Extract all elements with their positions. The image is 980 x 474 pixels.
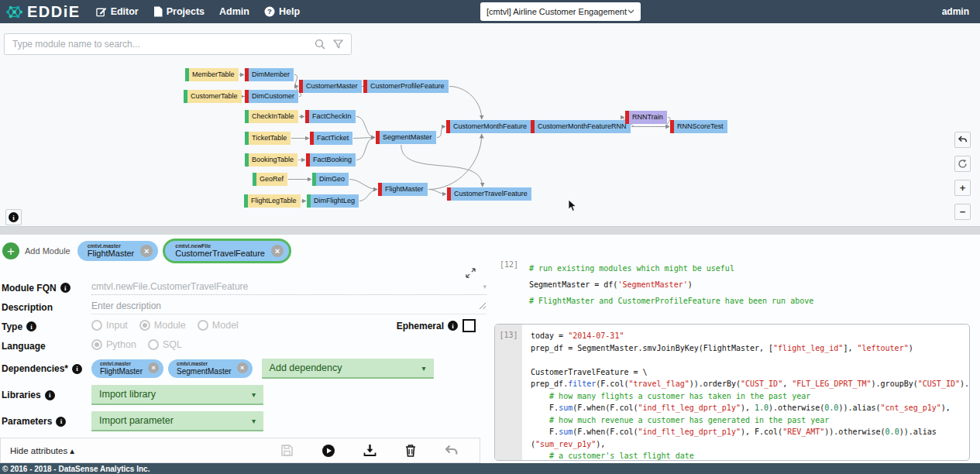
code-line: # how much revenue a customer has genera…: [531, 414, 970, 427]
close-icon[interactable]: ×: [237, 362, 248, 373]
search-icon[interactable]: [315, 39, 325, 50]
app-logo[interactable]: EDDiE: [6, 3, 81, 21]
cell-code[interactable]: today = "2014-07-31"prep_df = SegmentMas…: [522, 325, 970, 460]
node-label: DimGeo: [319, 175, 345, 183]
nav-item-help[interactable]: ? Help: [264, 6, 300, 17]
search-input[interactable]: [5, 39, 315, 50]
graph-node-FactBooking[interactable]: FactBooking: [306, 153, 356, 167]
radio-python[interactable]: Python: [91, 339, 136, 350]
graph-node-CustomerMonthFeatureRNN[interactable]: CustomerMonthFeatureRNN: [531, 120, 631, 133]
close-icon[interactable]: ×: [148, 362, 159, 373]
plus-icon: +: [7, 245, 15, 258]
edge-CustomerProfileFeature-to-CustomerMonthFeature: [449, 87, 482, 120]
caret-down-icon: ▾: [252, 390, 256, 399]
graph-refresh-button[interactable]: [954, 156, 971, 172]
ephemeral-checkbox[interactable]: [462, 319, 476, 332]
import-library-select[interactable]: Import library ▾: [91, 385, 263, 405]
node-status-bar: [625, 111, 629, 124]
radio-sql[interactable]: SQL: [148, 339, 182, 350]
node-status-bar: [363, 80, 367, 93]
node-label: CustomerTravelFeature: [454, 190, 528, 198]
graph-node-RNNTrain[interactable]: RNNTrain: [625, 111, 667, 124]
add-dependency-select[interactable]: Add dependency ▾: [262, 359, 434, 379]
graph-info-button[interactable]: i: [5, 209, 22, 225]
graph-node-RNNScoreTest[interactable]: RNNScoreTest: [670, 120, 727, 133]
code-line: # run existing modules which might be us…: [529, 260, 813, 276]
user-menu[interactable]: admin: [942, 6, 969, 17]
libraries-label: Libraries i: [2, 390, 91, 400]
brand-title: EDDiE: [27, 3, 81, 21]
description-input[interactable]: Enter description: [91, 301, 487, 314]
node-label: CheckInTable: [252, 112, 294, 120]
close-icon[interactable]: ×: [271, 245, 284, 257]
close-icon[interactable]: ×: [140, 245, 153, 257]
graph-node-FactTicket[interactable]: FactTicket: [310, 132, 352, 145]
graph-node-DimMember[interactable]: DimMember: [245, 68, 294, 81]
panel-splitter[interactable]: [0, 226, 980, 235]
zoom-in-button[interactable]: +: [954, 180, 971, 196]
code-line: # a customer's last flight date: [531, 450, 970, 461]
dependencies-label: Dependencies* i: [2, 363, 91, 374]
nav-item-admin[interactable]: Admin: [219, 6, 249, 17]
graph-node-DimCustomer[interactable]: DimCustomer: [245, 90, 298, 103]
radio-module[interactable]: Module: [139, 320, 186, 331]
nav-label: Admin: [219, 6, 249, 17]
code-cell-12[interactable]: [12] # run existing modules which might …: [493, 260, 980, 309]
graph-node-MemberTable[interactable]: MemberTable: [185, 68, 239, 81]
revert-button[interactable]: [445, 445, 458, 456]
graph-node-CustomerProfileFeature[interactable]: CustomerProfileFeature: [363, 80, 449, 93]
graph-node-TicketTable[interactable]: TicketTable: [245, 132, 291, 145]
graph-node-CustomerTravelFeature[interactable]: CustomerTravelFeature: [447, 187, 531, 201]
cell-execution-label: [12]: [493, 260, 529, 309]
main-nav: Editor Projects Admin ? Help: [96, 6, 300, 17]
svg-text:?: ?: [267, 7, 272, 15]
filter-icon[interactable]: [333, 40, 343, 50]
chip-project: cmtvl.master: [100, 361, 143, 366]
graph-node-CustomerTable[interactable]: CustomerTable: [184, 90, 242, 103]
select-label: Import parameter: [99, 415, 174, 426]
graph-node-GeoRef[interactable]: GeoRef: [253, 173, 287, 186]
graph-node-FlightMaster[interactable]: FlightMaster: [378, 183, 428, 196]
node-label: CustomerMonthFeatureRNN: [538, 122, 627, 130]
graph-node-DimFlightLeg[interactable]: DimFlightLeg: [307, 194, 359, 208]
module-tab-customertravelfeature[interactable]: cmtvl.newFile CustomerTravelFeature ×: [163, 239, 291, 264]
radio-circle-icon: [91, 320, 102, 331]
graph-node-CheckInTable[interactable]: CheckInTable: [245, 110, 298, 123]
resize-handle-icon[interactable]: [479, 302, 487, 310]
graph-node-DimGeo[interactable]: DimGeo: [312, 173, 349, 186]
code-line: CustomerTravelFeature = \: [531, 366, 970, 379]
graph-node-FactCheckIn[interactable]: FactCheckIn: [305, 110, 356, 123]
dependency-chip-flightmaster[interactable]: cmtvl.master FlightMaster ×: [91, 359, 163, 377]
zoom-out-button[interactable]: −: [954, 204, 971, 220]
graph-node-SegmentMaster[interactable]: SegmentMaster: [376, 131, 436, 144]
node-status-bar: [307, 194, 311, 208]
graph-node-CustomerMonthFeature[interactable]: CustomerMonthFeature: [446, 120, 531, 133]
project-selector[interactable]: [cmtvl] Airline Customer Engagement: [480, 2, 641, 21]
delete-button[interactable]: [404, 444, 417, 457]
nav-item-projects[interactable]: Projects: [153, 6, 205, 17]
dependency-chip-segmentmaster[interactable]: cmtvl.master SegmentMaster ×: [168, 359, 253, 377]
add-module-button[interactable]: +: [2, 242, 19, 259]
module-tab-flightmaster[interactable]: cmtvl.master FlightMaster ×: [77, 241, 159, 262]
radio-input[interactable]: Input: [91, 320, 128, 331]
nav-item-editor[interactable]: Editor: [96, 6, 139, 17]
graph-node-CustomerMaster[interactable]: CustomerMaster: [299, 80, 362, 93]
save-button[interactable]: [280, 444, 294, 457]
caret-down-icon: ▾: [252, 417, 256, 425]
info-icon: i: [56, 417, 66, 427]
graph-node-BookingTable[interactable]: BookingTable: [245, 153, 297, 167]
graph-node-FlightLegTable[interactable]: FlightLegTable: [244, 194, 301, 208]
radio-model[interactable]: Model: [198, 320, 239, 331]
download-button[interactable]: [363, 444, 377, 457]
hide-attributes-toggle[interactable]: Hide attributes ▴: [10, 445, 74, 456]
module-fqn-select[interactable]: cmtvl.newFile.CustomerTravelFeature ▾: [91, 281, 487, 295]
module-attributes-panel: + Add Module cmtvl.master FlightMaster ×…: [0, 235, 980, 463]
node-label: RNNTrain: [632, 113, 663, 121]
code-cell-13[interactable]: [13] today = "2014-07-31"prep_df = Segme…: [494, 324, 970, 461]
graph-undo-button[interactable]: [954, 132, 971, 148]
node-status-bar: [447, 187, 451, 201]
radio-label: Module: [154, 320, 186, 331]
run-button[interactable]: [322, 444, 335, 458]
libraries-row: Libraries i Import library ▾: [2, 382, 487, 408]
import-parameter-select[interactable]: Import parameter ▾: [91, 411, 263, 431]
